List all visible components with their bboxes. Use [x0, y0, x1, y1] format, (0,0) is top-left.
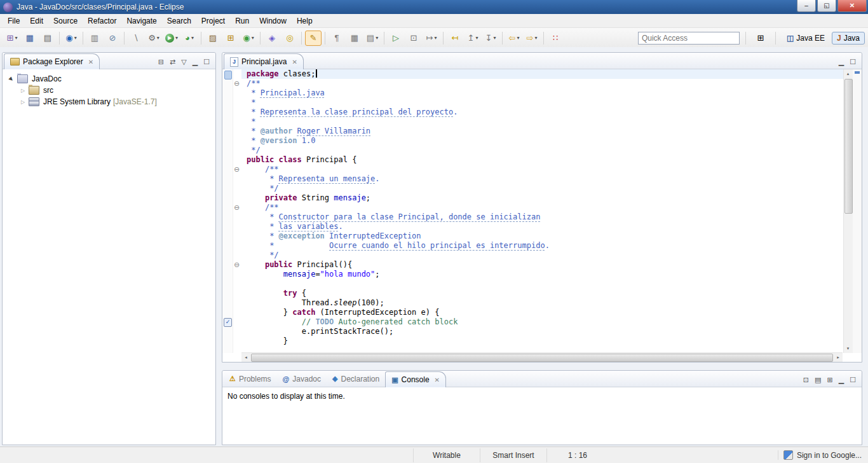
maximize-view-icon[interactable]: ☐: [203, 59, 210, 66]
resume-icon[interactable]: ▷: [388, 31, 404, 46]
code-line-23[interactable]: [247, 279, 844, 289]
annotation-ruler[interactable]: ✓: [222, 69, 233, 353]
expand-arrow-icon[interactable]: ▷: [18, 99, 28, 105]
code-line-9[interactable]: */: [247, 146, 844, 155]
code-line-29[interactable]: }: [247, 336, 844, 346]
previous-annotation-icon[interactable]: ↥▾: [465, 31, 481, 46]
code-line-27[interactable]: // TODO Auto-generated catch block: [247, 317, 844, 327]
suspend-icon[interactable]: ⊡: [405, 31, 422, 46]
collapse-arrow-icon[interactable]: ▶: [6, 73, 17, 85]
minimize-window-button[interactable]: –: [797, 0, 816, 12]
display-selected-console-icon[interactable]: ▤: [815, 377, 821, 384]
minimize-view-icon[interactable]: ▁: [839, 377, 844, 384]
minimize-view-icon[interactable]: ▁: [193, 59, 198, 66]
web-browser-icon[interactable]: ◉▾: [63, 31, 79, 46]
dropdown-arrow-icon[interactable]: ▾: [434, 35, 437, 41]
dropdown-arrow-icon[interactable]: ▾: [175, 35, 178, 41]
menu-window[interactable]: Window: [254, 15, 292, 27]
pin-editor-icon[interactable]: ∖: [128, 31, 144, 46]
new-java-project-icon[interactable]: ▨: [205, 31, 221, 46]
code-line-16[interactable]: * Constructor para la clase Principal, d…: [247, 212, 844, 222]
code-line-17[interactable]: * las variables.: [247, 222, 844, 232]
menu-navigate[interactable]: Navigate: [121, 15, 161, 27]
code-line-8[interactable]: * @version 1.0: [247, 136, 844, 146]
tab-javadoc[interactable]: @Javadoc: [277, 371, 327, 387]
collapse-all-icon[interactable]: ⊟: [158, 59, 164, 66]
horizontal-scrollbar-thumb[interactable]: [251, 354, 833, 362]
code-line-2[interactable]: /**: [247, 79, 844, 88]
menu-refactor[interactable]: Refactor: [83, 15, 121, 27]
perspective-java-ee[interactable]: ◫Java EE: [782, 32, 830, 45]
dropdown-arrow-icon[interactable]: ▾: [534, 35, 537, 41]
menu-edit[interactable]: Edit: [25, 15, 48, 27]
code-line-28[interactable]: e.printStackTrace();: [247, 327, 844, 336]
save-icon[interactable]: ▦: [22, 31, 38, 46]
dropdown-arrow-icon[interactable]: ▾: [493, 35, 496, 41]
new-java-package-icon[interactable]: ⊞: [222, 31, 239, 46]
code-line-21[interactable]: public Principal(){: [247, 260, 844, 270]
dropdown-arrow-icon[interactable]: ▾: [252, 35, 254, 41]
expand-arrow-icon[interactable]: ▷: [18, 88, 28, 93]
pin-console-icon[interactable]: ⊡: [803, 377, 809, 384]
code-line-6[interactable]: *: [247, 117, 844, 127]
open-console-icon[interactable]: ⊞: [827, 377, 832, 384]
code-line-1[interactable]: package clases;: [241, 69, 844, 79]
close-view-icon[interactable]: ✕: [88, 59, 93, 66]
back-icon[interactable]: ⇦▾: [506, 31, 522, 46]
show-whitespace-icon[interactable]: ¶: [329, 31, 345, 46]
menu-file[interactable]: File: [3, 15, 25, 27]
open-type-icon[interactable]: ◈: [264, 31, 280, 46]
new-wizard-icon[interactable]: ⊞▾: [4, 31, 20, 46]
maximize-view-icon[interactable]: ☐: [850, 59, 856, 66]
next-annotation-icon[interactable]: ↧▾: [482, 31, 499, 46]
code-line-7[interactable]: * @author Roger Villamarin: [247, 127, 844, 136]
tree-item-jre-system-library[interactable]: ▷JRE System Library[JavaSE-1.7]: [3, 96, 215, 107]
mark-occurrences-icon[interactable]: ✎: [305, 31, 322, 46]
code-line-14[interactable]: private String mensaje;: [247, 193, 844, 203]
code-line-10[interactable]: public class Principal {: [247, 155, 844, 165]
fold-collapse-icon[interactable]: ⊖: [234, 80, 241, 87]
print-icon[interactable]: ▤: [39, 31, 56, 46]
code-editor[interactable]: package clases;/** * Principal.java * * …: [241, 69, 844, 353]
coverage-icon[interactable]: ◕▾: [181, 31, 198, 46]
task-marker-icon[interactable]: ✓: [224, 318, 232, 327]
code-line-26[interactable]: } catch (InterruptedException e) {: [247, 308, 844, 317]
vertical-scrollbar[interactable]: ▴ ▾: [843, 69, 853, 353]
code-line-11[interactable]: /**: [247, 165, 844, 174]
editor-presentation-icon[interactable]: ▤▾: [364, 31, 381, 46]
menu-search[interactable]: Search: [162, 15, 196, 27]
code-line-20[interactable]: */: [247, 251, 844, 260]
scroll-down-icon[interactable]: ▾: [844, 344, 852, 353]
view-menu-icon[interactable]: ▽: [181, 59, 186, 66]
last-edit-location-icon[interactable]: ↤: [447, 31, 463, 46]
fold-collapse-icon[interactable]: ⊖: [234, 261, 241, 268]
minimize-view-icon[interactable]: ▁: [839, 59, 844, 66]
external-tools-icon[interactable]: ⚙▾: [146, 31, 162, 46]
tree-item-javadoc[interactable]: ▶JavaDoc: [3, 73, 215, 85]
vertical-scrollbar-thumb[interactable]: [844, 79, 853, 214]
code-line-12[interactable]: * Representa un mensaje.: [247, 174, 844, 184]
dropdown-arrow-icon[interactable]: ▾: [157, 35, 159, 41]
overview-ruler[interactable]: [853, 69, 862, 353]
dropdown-arrow-icon[interactable]: ▾: [475, 35, 478, 41]
scroll-right-icon[interactable]: ▸: [834, 353, 843, 361]
perspective-java[interactable]: JJava: [832, 32, 865, 45]
tab-problems[interactable]: ⚠Problems: [224, 371, 277, 387]
code-line-19[interactable]: * Ocurre cuando el hilo principal es int…: [247, 241, 844, 251]
mylyn-task-icon[interactable]: ∷: [547, 31, 564, 46]
dropdown-arrow-icon[interactable]: ▾: [74, 35, 77, 41]
open-task-icon[interactable]: ▥: [86, 31, 103, 46]
menu-project[interactable]: Project: [196, 15, 230, 27]
dropdown-arrow-icon[interactable]: ▾: [376, 35, 378, 41]
bookmark-icon[interactable]: ⊘: [104, 31, 121, 46]
sign-in-google-button[interactable]: Sign in to Google...: [778, 450, 868, 460]
code-line-3[interactable]: * Principal.java: [247, 88, 844, 98]
step-over-icon[interactable]: ↦▾: [423, 31, 440, 46]
close-editor-icon[interactable]: ✕: [292, 59, 297, 66]
code-line-13[interactable]: */: [247, 184, 844, 193]
tab-declaration[interactable]: ◈Declaration: [327, 371, 385, 387]
folding-column[interactable]: ⊖⊖⊖⊖: [233, 69, 241, 353]
code-line-4[interactable]: *: [247, 98, 844, 107]
editor-tab-principal-java[interactable]: J Principal.java ✕: [224, 53, 304, 69]
horizontal-scrollbar[interactable]: ◂ ▸: [241, 352, 843, 362]
